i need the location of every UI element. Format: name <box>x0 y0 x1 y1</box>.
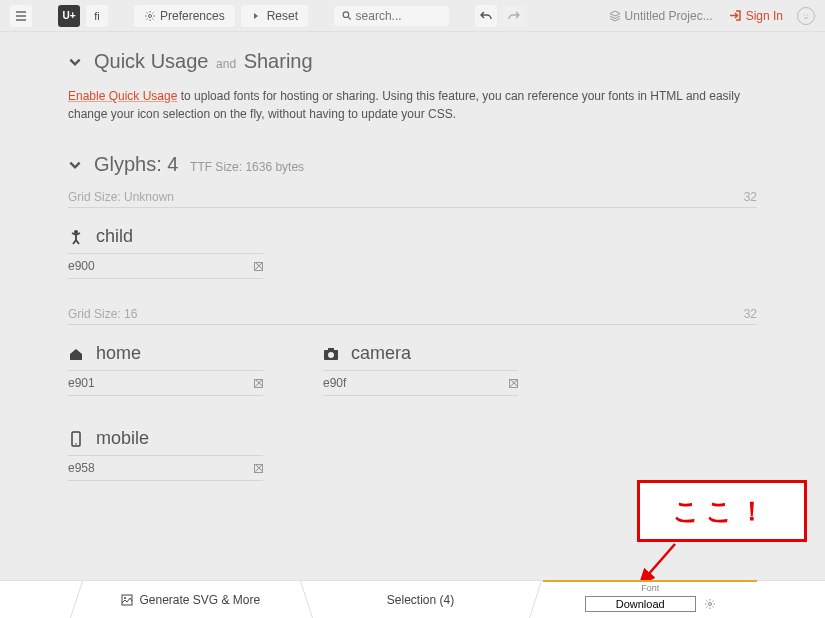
chevron-down-icon <box>68 158 82 172</box>
grid-size-row: Grid Size: Unknown32 <box>68 190 757 208</box>
image-icon <box>121 594 133 606</box>
clear-icon[interactable] <box>254 262 263 271</box>
preferences-button[interactable]: Preferences <box>134 5 235 27</box>
redo-button[interactable] <box>503 5 525 27</box>
undo-button[interactable] <box>475 5 497 27</box>
search-input[interactable] <box>356 9 442 23</box>
home-icon <box>68 346 84 362</box>
content: Quick Usage and Sharing Enable Quick Usa… <box>0 32 825 481</box>
svg-point-1 <box>343 12 349 18</box>
generate-svg-button[interactable]: Generate SVG & More <box>84 581 298 618</box>
svg-point-9 <box>75 443 77 445</box>
svg-point-3 <box>807 14 808 15</box>
glyph-code-input[interactable] <box>68 259 254 273</box>
signin-button[interactable]: Sign In <box>729 9 783 23</box>
svg-point-6 <box>328 352 334 358</box>
glyph-cell <box>68 222 263 279</box>
svg-point-0 <box>149 14 152 17</box>
glyph-name-input[interactable] <box>96 343 263 364</box>
codepoint-button[interactable]: U+ <box>58 5 80 27</box>
search-icon <box>342 10 352 21</box>
clear-icon[interactable] <box>254 379 263 388</box>
gear-icon[interactable] <box>704 598 716 610</box>
svg-point-11 <box>124 597 126 599</box>
glyph-name-input[interactable] <box>96 226 263 247</box>
project-button[interactable]: Untitled Projec... <box>609 9 713 23</box>
enable-quick-usage-link[interactable]: Enable Quick Usage <box>68 89 177 103</box>
clear-icon[interactable] <box>254 464 263 473</box>
child-icon <box>68 229 84 245</box>
grid-size-row: Grid Size: 1632 <box>68 307 757 325</box>
glyph-cell <box>323 339 518 396</box>
quick-usage-header[interactable]: Quick Usage and Sharing <box>68 50 757 73</box>
svg-point-12 <box>708 603 711 606</box>
glyph-name-input[interactable] <box>351 343 518 364</box>
gear-icon <box>144 10 156 22</box>
menu-icon[interactable] <box>10 5 32 27</box>
clear-icon[interactable] <box>509 379 518 388</box>
reset-icon <box>251 11 263 21</box>
glyph-code-input[interactable] <box>323 376 509 390</box>
chevron-down-icon <box>68 55 82 69</box>
selection-button[interactable]: Selection (4) <box>314 581 528 618</box>
glyph-cell <box>68 339 263 396</box>
signin-icon <box>729 9 742 22</box>
glyph-cell <box>68 424 263 481</box>
camera-icon <box>323 346 339 362</box>
font-tab[interactable]: Font Download <box>543 580 757 618</box>
annotation-callout: ここ！ <box>637 480 807 542</box>
download-button[interactable]: Download <box>585 596 696 612</box>
svg-rect-7 <box>328 348 334 351</box>
glyph-code-input[interactable] <box>68 376 254 390</box>
glyph-code-input[interactable] <box>68 461 254 475</box>
svg-rect-10 <box>122 595 132 605</box>
mobile-icon <box>68 431 84 447</box>
stack-icon <box>609 10 621 22</box>
glyphs-header[interactable]: Glyphs: 4 TTF Size: 1636 bytes <box>68 153 757 176</box>
reset-button[interactable]: Reset <box>241 5 308 27</box>
search-box[interactable] <box>334 6 449 26</box>
topbar: U+ fi Preferences Reset Untitled Projec.… <box>0 0 825 32</box>
ligature-button[interactable]: fi <box>86 5 108 27</box>
avatar[interactable] <box>797 7 815 25</box>
quick-usage-desc: Enable Quick Usage to upload fonts for h… <box>68 87 757 123</box>
svg-point-2 <box>804 14 805 15</box>
glyph-name-input[interactable] <box>96 428 263 449</box>
bottombar: Generate SVG & More Selection (4) Font D… <box>0 580 825 618</box>
